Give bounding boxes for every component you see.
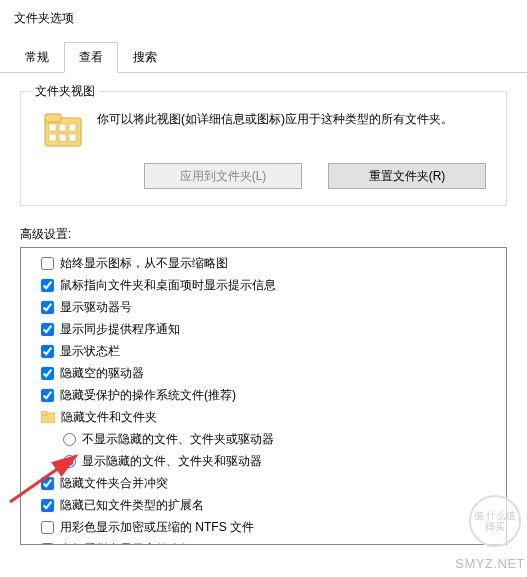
setting-item[interactable]: 显示状态栏	[23, 340, 504, 362]
folder-small-icon	[41, 411, 55, 423]
svg-rect-3	[59, 124, 66, 131]
setting-radio[interactable]	[63, 455, 76, 468]
setting-item[interactable]: 始终显示图标，从不显示缩略图	[23, 252, 504, 274]
apply-to-folders-button: 应用到文件夹(L)	[144, 163, 302, 189]
setting-item[interactable]: 不显示隐藏的文件、文件夹或驱动器	[23, 428, 504, 450]
watermark-text: SMYZ.NET	[455, 556, 525, 571]
setting-item[interactable]: 隐藏空的驱动器	[23, 362, 504, 384]
setting-label: 用彩色显示加密或压缩的 NTFS 文件	[60, 518, 254, 536]
svg-rect-2	[49, 124, 56, 131]
setting-label: 显示驱动器号	[60, 298, 132, 316]
svg-rect-5	[49, 134, 56, 141]
setting-checkbox[interactable]	[41, 345, 54, 358]
setting-item[interactable]: 隐藏文件夹合并冲突	[23, 472, 504, 494]
svg-rect-9	[41, 411, 47, 415]
setting-checkbox[interactable]	[41, 389, 54, 402]
setting-item[interactable]: 显示驱动器号	[23, 296, 504, 318]
folder-views-group: 文件夹视图 你可以将此视图(如详细信息或图标)应用于这种类型的所有文件夹。 应用…	[20, 91, 507, 206]
setting-label: 隐藏受保护的操作系统文件(推荐)	[60, 386, 236, 404]
setting-checkbox[interactable]	[41, 323, 54, 336]
folder-views-label: 文件夹视图	[31, 83, 99, 100]
tab-bar: 常规 查看 搜索	[0, 41, 527, 73]
folder-views-description: 你可以将此视图(如详细信息或图标)应用于这种类型的所有文件夹。	[97, 110, 492, 129]
reset-folders-button[interactable]: 重置文件夹(R)	[328, 163, 486, 189]
setting-radio[interactable]	[63, 433, 76, 446]
tab-view[interactable]: 查看	[64, 42, 118, 73]
setting-checkbox[interactable]	[41, 543, 54, 546]
svg-rect-6	[59, 134, 66, 141]
setting-label: 显示隐藏的文件、文件夹和驱动器	[82, 452, 262, 470]
folder-icon	[43, 110, 83, 151]
setting-checkbox[interactable]	[41, 279, 54, 292]
setting-item[interactable]: 显示隐藏的文件、文件夹和驱动器	[23, 450, 504, 472]
setting-label: 在标题栏中显示完整路径	[60, 540, 192, 545]
setting-label: 显示同步提供程序通知	[60, 320, 180, 338]
setting-checkbox[interactable]	[41, 477, 54, 490]
setting-checkbox[interactable]	[41, 499, 54, 512]
setting-label: 显示状态栏	[60, 342, 120, 360]
setting-checkbox[interactable]	[41, 257, 54, 270]
setting-item[interactable]: 隐藏受保护的操作系统文件(推荐)	[23, 384, 504, 406]
setting-checkbox[interactable]	[41, 521, 54, 534]
advanced-settings-list[interactable]: 始终显示图标，从不显示缩略图鼠标指向文件夹和桌面项时显示提示信息显示驱动器号显示…	[20, 247, 507, 545]
setting-label: 隐藏文件夹合并冲突	[60, 474, 168, 492]
setting-label: 隐藏空的驱动器	[60, 364, 144, 382]
setting-label: 隐藏文件和文件夹	[61, 408, 157, 426]
setting-label: 鼠标指向文件夹和桌面项时显示提示信息	[60, 276, 276, 294]
setting-item[interactable]: 在标题栏中显示完整路径	[23, 538, 504, 545]
dialog-title: 文件夹选项	[0, 0, 527, 35]
setting-item: 隐藏文件和文件夹	[23, 406, 504, 428]
setting-label: 始终显示图标，从不显示缩略图	[60, 254, 228, 272]
svg-rect-7	[69, 134, 76, 141]
setting-label: 不显示隐藏的文件、文件夹或驱动器	[82, 430, 274, 448]
setting-item[interactable]: 用彩色显示加密或压缩的 NTFS 文件	[23, 516, 504, 538]
setting-checkbox[interactable]	[41, 367, 54, 380]
setting-label: 隐藏已知文件类型的扩展名	[60, 496, 204, 514]
svg-rect-4	[69, 124, 76, 131]
svg-rect-1	[45, 114, 61, 122]
advanced-settings-label: 高级设置:	[20, 226, 507, 243]
tab-search[interactable]: 搜索	[118, 42, 172, 73]
setting-item[interactable]: 鼠标指向文件夹和桌面项时显示提示信息	[23, 274, 504, 296]
setting-item[interactable]: 隐藏已知文件类型的扩展名	[23, 494, 504, 516]
setting-checkbox[interactable]	[41, 301, 54, 314]
setting-item[interactable]: 显示同步提供程序通知	[23, 318, 504, 340]
tab-general[interactable]: 常规	[10, 42, 64, 73]
